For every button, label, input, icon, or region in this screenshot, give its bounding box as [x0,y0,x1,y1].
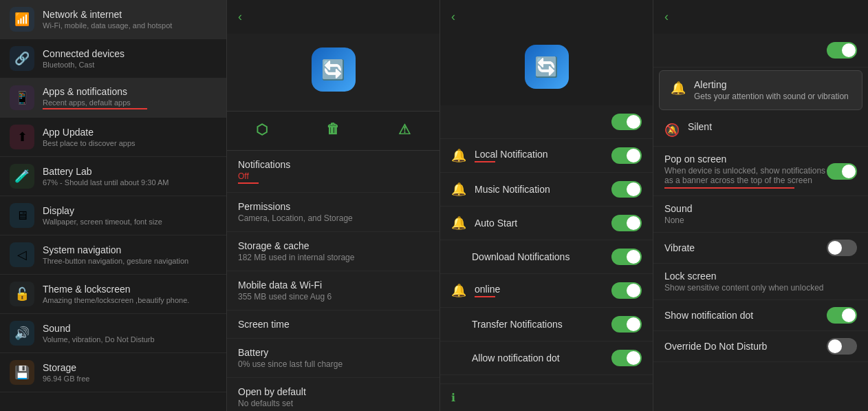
display-subtitle: Wallpaper, screen timeout, font size [43,218,217,226]
info-item-subtitle: 182 MB used in internal storage [238,253,428,262]
online-left: 🔔 online [451,283,500,298]
info-item-permissions[interactable]: PermissionsCamera, Location, and Storage [227,193,440,232]
notif-app-header: 🔄 [440,34,653,105]
show-notifications-toggle[interactable] [611,114,642,130]
setting-poponscreen[interactable]: Pop on screen When device is unlocked, s… [653,147,868,196]
network-subtitle: Wi-Fi, mobile, data usage, and hotspot [43,21,217,30]
sidebar-item-battery[interactable]: 🧪 Battery Lab 67% - Should last until ab… [0,157,226,196]
setting-showdot[interactable]: Show notification dot [653,300,868,331]
sound-text: Sound None [664,203,692,225]
download-toggle[interactable] [611,249,642,265]
network-title: Network & internet [43,9,217,20]
notif-settings-header: ‹ [440,0,653,34]
vibrate-title: Vibrate [664,242,695,253]
override-toggle[interactable] [827,338,857,355]
storage-subtitle: 96.94 GB free [43,375,217,383]
theme-icon: 🔓 [10,282,34,306]
info-item-open-by-default[interactable]: Open by defaultNo defaults set [227,378,440,411]
info-item-title: Notifications [238,159,428,170]
sidebar-item-navigation[interactable]: ◁ System navigation Three-button navigat… [0,235,226,275]
notif-app-icon: 🔄 [525,45,569,89]
autostart-left: 🔔 Auto Start [451,215,517,231]
online-toggle[interactable] [611,282,642,299]
poponscreen-toggle[interactable] [827,163,857,180]
category-alerting[interactable]: 🔔 Alerting Gets your attention with soun… [659,70,862,110]
force-stop-button[interactable]: ⚠ [391,118,417,143]
category-show-notif-toggle[interactable] [827,42,857,59]
appupdate-subtitle: Best place to discover apps [43,139,217,147]
local-toggle[interactable] [611,147,642,164]
info-item-battery[interactable]: Battery0% use since last full charge [227,339,440,378]
sidebar-item-connected[interactable]: 🔗 Connected devices Bluetooth, Cast [0,39,226,78]
app-info-app-header: 🔄 [227,34,440,111]
display-text: Display Wallpaper, screen timeout, font … [43,205,217,226]
show-notifications-row [440,105,653,139]
navigation-subtitle: Three-button navigation, gesture navigat… [43,257,217,265]
alerting-text: Alerting Gets your attention with sound … [694,79,851,101]
uninstall-icon: 🗑 [326,121,340,137]
battery-icon: 🧪 [10,164,34,189]
red-underline [475,296,495,297]
sidebar-item-display[interactable]: 🖥 Display Wallpaper, screen timeout, fon… [0,196,226,235]
apps-icon: 📱 [10,85,34,110]
setting-override[interactable]: Override Do Not Disturb [653,331,868,362]
info-icon: ℹ [451,391,455,404]
autostart-text-block: Auto Start [475,218,517,229]
open-button[interactable]: ⬡ [249,118,274,143]
notif-toggle-autostart[interactable]: 🔔 Auto Start [440,207,653,240]
download-text-block: Download Notifications [472,251,569,262]
setting-lockscreen[interactable]: Lock screen Show sensitive content only … [653,264,868,300]
bottom-info-bar: ℹ [440,383,653,411]
setting-vibrate[interactable]: Vibrate [653,233,868,264]
app-info-list: NotificationsOffPermissionsCamera, Locat… [227,151,440,411]
notifications-settings-panel: ‹ 🔄 🔔 Local Notification 🔔 Music Notific… [440,0,653,411]
alerting-title: Alerting [694,79,851,90]
notif-toggle-download[interactable]: Download Notifications [440,240,653,274]
sidebar-item-apps[interactable]: 📱 Apps & notifications Recent apps, defa… [0,78,226,118]
apps-title: Apps & notifications [43,86,217,97]
info-item-storage-&-cache[interactable]: Storage & cache182 MB used in internal s… [227,232,440,271]
vibrate-toggle[interactable] [827,240,857,256]
info-item-title: Permissions [238,201,428,212]
download-label: Download Notifications [472,251,569,262]
battery-text: Battery Lab 67% - Should last until abou… [43,166,217,187]
transfer-toggle[interactable] [611,316,642,333]
override-title: Override Do Not Disturb [664,341,767,352]
music-toggle[interactable] [611,181,642,198]
settings-list: 📶 Network & internet Wi-Fi, mobile, data… [0,0,226,392]
sidebar-item-sound[interactable]: 🔊 Sound Volume, vibration, Do Not Distur… [0,314,226,353]
dot-label: Allow notification dot [472,352,560,363]
info-item-screen-time[interactable]: Screen time [227,310,440,339]
autostart-toggle[interactable] [611,215,642,231]
category-silent[interactable]: 🔕 Silent [653,113,868,147]
active-indicator [43,108,147,109]
sidebar-item-theme[interactable]: 🔓 Theme & lockscreen Amazing theme/locks… [0,275,226,314]
category-show-notif-row [653,34,868,67]
info-item-notifications[interactable]: NotificationsOff [227,151,440,193]
connected-title: Connected devices [43,48,217,59]
transfer-left: Transfer Notifications [451,319,563,330]
online-text-block: online [475,284,500,297]
silent-text: Silent [688,121,857,132]
notif-toggle-music[interactable]: 🔔 Music Notification [440,173,653,207]
online-icon: 🔔 [451,283,466,298]
uninstall-button[interactable]: 🗑 [319,118,347,143]
theme-text: Theme & lockscreen Amazing theme/lockscr… [43,284,217,304]
autostart-label: Auto Start [475,218,517,229]
showdot-toggle[interactable] [827,307,857,324]
notif-toggle-dot[interactable]: Allow notification dot [440,341,653,375]
sidebar-item-network[interactable]: 📶 Network & internet Wi-Fi, mobile, data… [0,0,226,39]
dot-toggle[interactable] [611,350,642,366]
notif-toggle-local[interactable]: 🔔 Local Notification [440,139,653,173]
storage-icon: 💾 [10,360,34,385]
notif-toggle-transfer[interactable]: Transfer Notifications [440,308,653,341]
sidebar-item-appupdate[interactable]: ⬆ App Update Best place to discover apps [0,118,226,157]
back-button-notif[interactable]: ‹ [451,10,455,24]
back-button-appinfo[interactable]: ‹ [238,10,242,24]
sidebar-item-storage[interactable]: 💾 Storage 96.94 GB free [0,353,226,392]
override-text: Override Do Not Disturb [664,341,767,352]
back-button-category[interactable]: ‹ [664,10,669,24]
notif-toggle-online[interactable]: 🔔 online [440,274,653,308]
setting-sound[interactable]: Sound None [653,196,868,233]
info-item-mobile-data-&-wi-fi[interactable]: Mobile data & Wi-Fi355 MB used since Aug… [227,271,440,310]
